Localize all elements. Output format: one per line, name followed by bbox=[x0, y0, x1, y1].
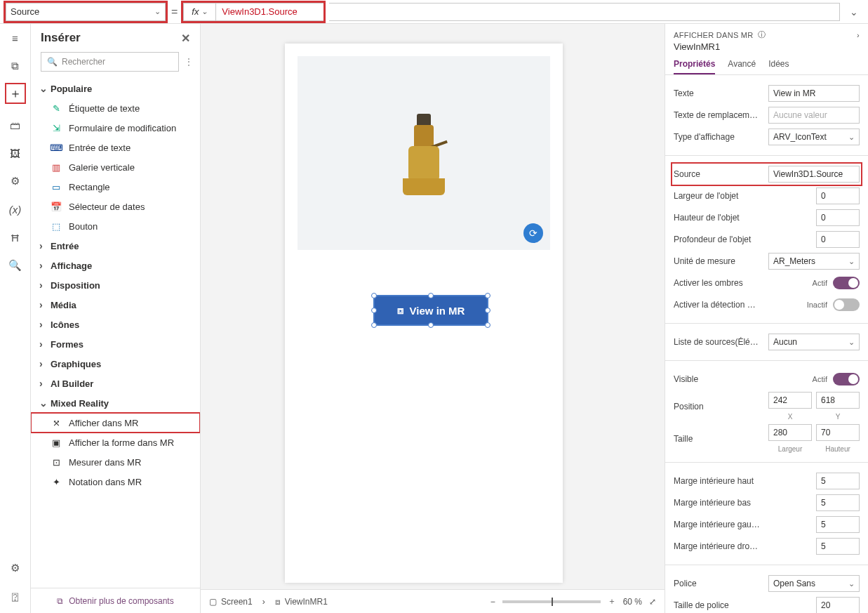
item-label: Rectangle bbox=[69, 182, 110, 192]
prop-liste-select[interactable]: Aucun⌄ bbox=[768, 334, 860, 350]
insert-item[interactable]: ⌨Entrée de texte bbox=[31, 138, 200, 157]
info-icon[interactable]: ⓘ bbox=[758, 29, 766, 40]
prop-padg-label: Marge intérieure gau… bbox=[674, 520, 810, 529]
variables-icon[interactable]: (x) bbox=[8, 202, 22, 216]
components-icon: ⧉ bbox=[57, 596, 63, 606]
category-collapsed[interactable]: Icônes bbox=[31, 315, 200, 334]
prop-source-input[interactable]: ViewIn3D1.Source bbox=[768, 166, 860, 183]
prop-padg-input[interactable]: 5 bbox=[816, 516, 860, 533]
media-icon[interactable]: 🖼 bbox=[8, 146, 22, 160]
formula-input-left[interactable]: ViewIn3D1.Source bbox=[215, 3, 323, 21]
prop-largeur-obj-label: Largeur de l'objet bbox=[674, 191, 810, 201]
zoom-in-icon[interactable]: ＋ bbox=[608, 595, 616, 607]
insert-item[interactable]: ✎Étiquette de texte bbox=[31, 98, 200, 118]
insert-item[interactable]: ⬚Bouton bbox=[31, 216, 200, 236]
category-collapsed[interactable]: Affichage bbox=[31, 256, 200, 275]
item-label: Galerie verticale bbox=[69, 162, 135, 173]
property-selector-value: Source bbox=[11, 6, 39, 17]
prop-visible-toggle[interactable] bbox=[833, 373, 860, 385]
insert-search-input[interactable]: 🔍 Rechercher bbox=[41, 52, 179, 72]
category-label: Média bbox=[51, 300, 76, 310]
prop-padb-input[interactable]: 5 bbox=[816, 494, 860, 511]
prop-profondeur-input[interactable]: 0 bbox=[816, 231, 860, 248]
prop-liste-label: Liste de sources(Élé… bbox=[674, 337, 763, 347]
help-icon[interactable]: ⍰ bbox=[8, 589, 22, 603]
tests-icon[interactable]: Ħ bbox=[8, 230, 22, 244]
formula-input[interactable] bbox=[329, 3, 840, 21]
prop-taille-police-input[interactable]: 20 bbox=[816, 597, 860, 613]
insert-item[interactable]: 📅Sélecteur de dates bbox=[31, 197, 200, 216]
3d-viewer[interactable]: ⟳ bbox=[298, 56, 550, 250]
prop-largeur-obj-input[interactable]: 0 bbox=[816, 187, 860, 204]
close-icon[interactable]: ✕ bbox=[181, 32, 190, 45]
prop-unite-select[interactable]: AR_Meters⌄ bbox=[768, 253, 860, 270]
prop-texte-label: Texte bbox=[674, 88, 763, 98]
breadcrumb-sep: › bbox=[262, 597, 265, 607]
insert-item[interactable]: ⇲Formulaire de modification bbox=[31, 118, 200, 138]
zoom-controls: − ＋ 60 % ⤢ bbox=[490, 595, 656, 607]
prop-affichage-select[interactable]: ARV_IconText⌄ bbox=[768, 128, 860, 145]
prop-source-label: Source bbox=[674, 169, 763, 179]
device-frame: ⟳ ⧈ View in MR bbox=[285, 44, 563, 583]
category-collapsed[interactable]: AI Builder bbox=[31, 374, 200, 393]
prop-position-y[interactable]: 618 bbox=[816, 392, 860, 409]
category-collapsed[interactable]: Média bbox=[31, 295, 200, 315]
prop-position-x[interactable]: 242 bbox=[768, 392, 812, 409]
fit-screen-icon[interactable]: ⤢ bbox=[649, 597, 656, 607]
prop-texte-input[interactable]: View in MR bbox=[768, 85, 860, 102]
prop-hauteur-obj-label: Hauteur de l'objet bbox=[674, 213, 810, 223]
prop-affichage-label: Type d'affichage bbox=[674, 132, 763, 142]
prop-detection-state: Inactif bbox=[807, 301, 827, 309]
expand-formula-icon[interactable]: ⌄ bbox=[846, 6, 862, 18]
view-in-mr-button[interactable]: ⧈ View in MR bbox=[375, 296, 487, 324]
breadcrumb-screen[interactable]: ▢ Screen1 bbox=[209, 597, 253, 607]
category-collapsed[interactable]: Formes bbox=[31, 334, 200, 354]
prop-ombres-toggle[interactable] bbox=[833, 277, 860, 289]
breadcrumb-control-label: ViewInMR1 bbox=[285, 597, 328, 607]
prop-remplacement-input[interactable]: Aucune valeur bbox=[768, 107, 860, 124]
get-more-components[interactable]: ⧉ Obtenir plus de composants bbox=[31, 588, 200, 613]
more-icon[interactable]: ⋮ bbox=[185, 57, 193, 67]
zoom-out-icon[interactable]: − bbox=[490, 597, 495, 607]
prop-padd-input[interactable]: 5 bbox=[816, 538, 860, 555]
prop-detection-toggle[interactable] bbox=[833, 298, 860, 311]
insert-item-afficher-dans-mr[interactable]: ⤧Afficher dans MR bbox=[31, 413, 200, 433]
3d-model-placeholder bbox=[396, 111, 452, 195]
prop-profondeur-label: Profondeur de l'objet bbox=[674, 235, 810, 244]
category-collapsed[interactable]: Disposition bbox=[31, 275, 200, 295]
prop-taille-h[interactable]: 70 bbox=[816, 424, 860, 441]
category-collapsed[interactable]: Graphiques bbox=[31, 354, 200, 374]
prop-padh-input[interactable]: 5 bbox=[816, 473, 860, 489]
settings-icon[interactable]: ⚙ bbox=[8, 561, 22, 575]
tab-avance[interactable]: Avancé bbox=[728, 59, 756, 74]
insert-item[interactable]: ▭Rectangle bbox=[31, 177, 200, 197]
fx-button[interactable]: fx ⌄ bbox=[183, 3, 215, 21]
chevron-right-icon[interactable]: › bbox=[857, 31, 860, 39]
prop-position-label: Position bbox=[674, 402, 763, 411]
item-label: Bouton bbox=[69, 221, 98, 232]
prop-hauteur-obj-input[interactable]: 0 bbox=[816, 209, 860, 226]
zoom-slider[interactable] bbox=[502, 600, 601, 603]
flows-icon[interactable]: ⚙ bbox=[8, 174, 22, 188]
category-populaire[interactable]: Populaire bbox=[31, 79, 200, 98]
prop-police-select[interactable]: Open Sans⌄ bbox=[768, 575, 860, 592]
category-mixed-reality[interactable]: Mixed Reality bbox=[31, 393, 200, 413]
search-rail-icon[interactable]: 🔍 bbox=[8, 258, 22, 272]
insert-item[interactable]: ▥Galerie verticale bbox=[31, 157, 200, 177]
refresh-icon[interactable]: ⟳ bbox=[523, 223, 543, 243]
category-label: Disposition bbox=[51, 280, 100, 291]
insert-rail-button[interactable]: ＋ bbox=[5, 83, 26, 104]
category-collapsed[interactable]: Entrée bbox=[31, 236, 200, 256]
data-icon[interactable]: 🗃 bbox=[8, 118, 22, 132]
insert-item[interactable]: ✦Notation dans MR bbox=[31, 472, 200, 492]
tree-icon[interactable]: ⧉ bbox=[8, 59, 22, 73]
breadcrumb-control[interactable]: ⧈ ViewInMR1 bbox=[275, 597, 328, 607]
insert-item[interactable]: ▣Afficher la forme dans MR bbox=[31, 433, 200, 452]
prop-taille-w[interactable]: 280 bbox=[768, 424, 812, 441]
tab-proprietes[interactable]: Propriétés bbox=[674, 59, 715, 74]
hamburger-icon[interactable]: ≡ bbox=[8, 31, 22, 45]
canvas-area[interactable]: ⟳ ⧈ View in MR bbox=[201, 24, 665, 589]
tab-idees[interactable]: Idées bbox=[768, 59, 789, 74]
property-selector[interactable]: Source ⌄ bbox=[6, 3, 166, 21]
insert-item[interactable]: ⊡Mesurer dans MR bbox=[31, 452, 200, 472]
